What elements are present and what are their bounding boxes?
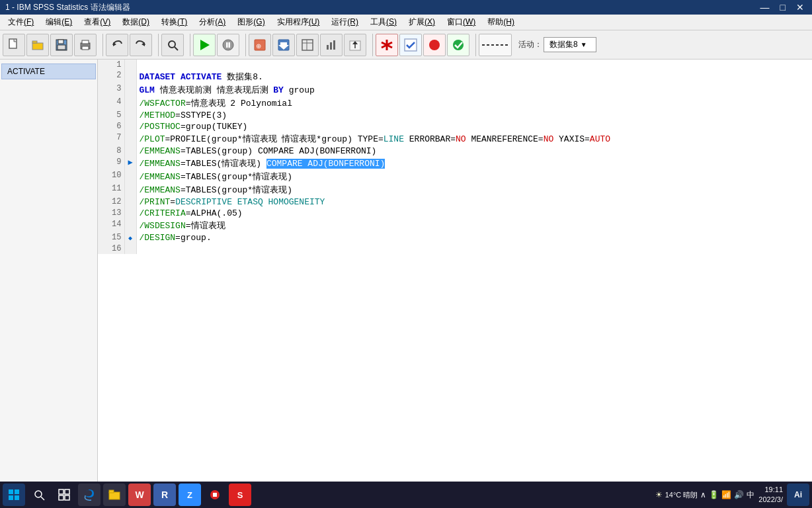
pause-button[interactable] (217, 34, 239, 56)
code-content[interactable] (136, 60, 812, 70)
zoom-button[interactable]: Z (179, 484, 201, 506)
weather-icon: ☀ (655, 490, 663, 499)
code-content[interactable]: /EMMEANS=TABLES(group) COMPARE ADJ(BONFE… (136, 146, 812, 157)
network-icon: 📶 (721, 490, 731, 499)
svg-point-34 (429, 40, 440, 50)
svg-rect-0 (9, 39, 17, 48)
code-token: /EMMEANS (140, 185, 181, 195)
check-view-button[interactable] (399, 34, 422, 56)
code-content[interactable]: /DESIGN=group. (136, 232, 812, 243)
menu-file[interactable]: 文件(F) (3, 15, 39, 29)
start-button[interactable] (3, 484, 25, 506)
close-button[interactable]: ✕ (793, 2, 807, 13)
active-label: 活动： (518, 39, 542, 50)
code-content[interactable]: GLM 情意表现前测 情意表现后测 BY group (136, 83, 812, 97)
code-content[interactable]: /EMMEANS=TABLES(group*情谊表现) (136, 183, 812, 196)
code-content[interactable]: /POSTHOC=group(TUKEY) (136, 121, 812, 132)
undo-button[interactable] (106, 34, 128, 56)
menu-help[interactable]: 帮助(H) (482, 15, 520, 29)
code-content[interactable]: /CRITERIA=ALPHA(.05) (136, 208, 812, 219)
line-number: 8 (98, 146, 124, 157)
search-button[interactable] (28, 484, 50, 506)
code-content[interactable]: /WSDESIGN=情谊表现 (136, 219, 812, 232)
table-button[interactable] (296, 34, 319, 56)
taskbar: W R Z S ☀ 14°C 晴朗 ∧ 🔋 📶 🔊 中 19:11 2022/3… (0, 482, 812, 508)
new-button[interactable] (3, 34, 25, 56)
green-check-button[interactable] (447, 34, 469, 56)
maximize-button[interactable]: □ (778, 2, 788, 13)
code-content[interactable]: /PLOT=PROFILE(group*情谊表现 情谊表现*group) TYP… (136, 132, 812, 146)
spss-button[interactable]: S (229, 484, 251, 506)
code-token: ERRORBAR= (404, 134, 456, 144)
code-token: =情谊表现 (186, 221, 225, 231)
explorer-button[interactable] (103, 484, 126, 506)
code-content[interactable]: /EMMEANS=TABLES(group*情谊表现) (136, 170, 812, 183)
line-marker: ▶ (124, 157, 136, 170)
menu-extensions[interactable]: 扩展(X) (403, 15, 440, 29)
code-content[interactable]: /EMMEANS=TABLES(情谊表现) COMPARE ADJ(BONFER… (136, 157, 812, 170)
dash-button[interactable] (479, 34, 512, 56)
menu-utilities[interactable]: 实用程序(U) (272, 15, 325, 29)
line-number: 12 (98, 196, 124, 208)
code-token: LINE (384, 134, 404, 144)
svg-rect-48 (109, 490, 114, 493)
insert-button[interactable] (344, 34, 366, 56)
menu-bar: 文件(F) 编辑(E) 查看(V) 数据(D) 转换(T) 分析(A) 图形(G… (0, 15, 812, 30)
menu-view[interactable]: 查看(V) (79, 15, 116, 29)
code-content[interactable] (136, 243, 812, 254)
speaker-icon: 🔊 (734, 490, 744, 499)
line-number: 16 (98, 243, 124, 254)
svg-rect-46 (65, 495, 69, 500)
word-button[interactable]: W (128, 484, 151, 506)
activate-label: ACTIVATE (7, 67, 45, 76)
save-button[interactable] (50, 34, 73, 56)
redo-button[interactable] (130, 34, 152, 56)
line-number: 9 (98, 157, 124, 170)
chevron-up-icon[interactable]: ∧ (700, 490, 706, 499)
window-controls[interactable]: — □ ✕ (758, 2, 807, 13)
svg-line-12 (175, 47, 178, 50)
export-button[interactable]: ⊕ (249, 34, 271, 56)
ai-icon[interactable]: Ai (787, 484, 809, 506)
code-content[interactable]: DATASET ACTIVATE 数据集8. (136, 70, 812, 83)
code-content[interactable]: /PRINT=DESCRIPTIVE ETASQ HOMOGENEITY (136, 196, 812, 208)
run-button[interactable] (193, 34, 216, 56)
activate-item[interactable]: ACTIVATE (1, 64, 96, 79)
code-content[interactable]: /METHOD=SSTYPE(3) (136, 110, 812, 121)
svg-rect-25 (330, 42, 332, 50)
menu-edit[interactable]: 编辑(E) (40, 15, 77, 29)
line-marker (124, 219, 136, 232)
menu-window[interactable]: 窗口(W) (442, 15, 481, 29)
asterisk-button[interactable] (376, 34, 398, 56)
find-button[interactable] (161, 34, 184, 56)
code-editor[interactable]: 12DATASET ACTIVATE 数据集8.3GLM 情意表现前测 情意表现… (98, 60, 812, 482)
record-button[interactable] (204, 484, 226, 506)
toolbar-separator-5 (369, 34, 373, 56)
menu-transform[interactable]: 转换(T) (156, 15, 192, 29)
print-button[interactable] (74, 34, 97, 56)
svg-point-11 (169, 41, 175, 48)
table-row: 12 /PRINT=DESCRIPTIVE ETASQ HOMOGENEITY (98, 196, 812, 208)
menu-tools[interactable]: 工具(S) (365, 15, 402, 29)
menu-analyze[interactable]: 分析(A) (194, 15, 231, 29)
edge-button[interactable] (78, 484, 101, 506)
line-marker (124, 146, 136, 157)
toolbar-separator-2 (155, 34, 159, 56)
dataset-badge[interactable]: 数据集8 ▼ (544, 37, 596, 52)
open-button[interactable] (26, 34, 49, 56)
chart-button[interactable] (320, 34, 343, 56)
code-token: group (284, 85, 315, 95)
menu-run[interactable]: 运行(R) (326, 15, 364, 29)
dropdown-arrow-icon[interactable]: ▼ (581, 41, 587, 48)
code-content[interactable]: /WSFACTOR=情意表现 2 Polynomial (136, 97, 812, 110)
taskview-button[interactable] (53, 484, 75, 506)
red-circle-button[interactable] (423, 34, 446, 56)
line-number: 1 (98, 60, 124, 70)
menu-graphs[interactable]: 图形(G) (232, 15, 270, 29)
minimize-button[interactable]: — (758, 2, 772, 13)
r-button[interactable]: R (153, 484, 176, 506)
menu-data[interactable]: 数据(D) (117, 15, 155, 29)
svg-rect-45 (59, 495, 63, 500)
import-button[interactable] (272, 34, 295, 56)
line-number: 2 (98, 70, 124, 83)
